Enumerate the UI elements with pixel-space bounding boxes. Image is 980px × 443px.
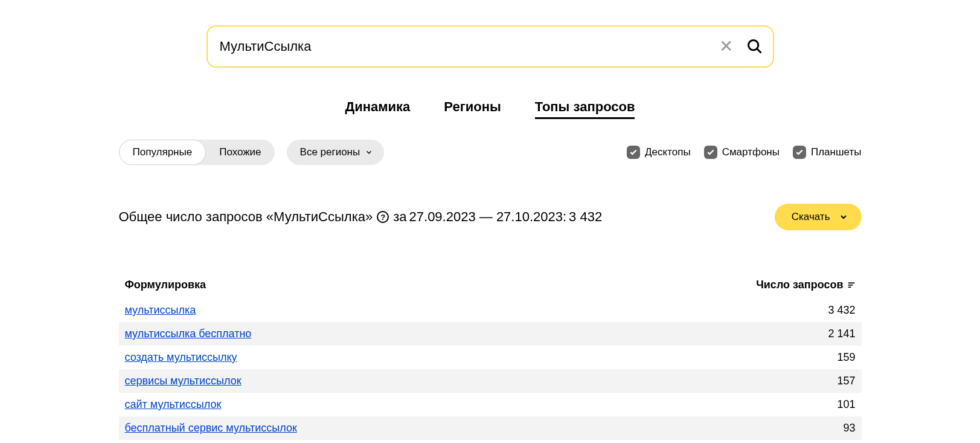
search-input[interactable] <box>207 25 774 68</box>
checkbox-tablets-label: Планшеты <box>811 146 862 158</box>
sort-icon <box>847 281 856 289</box>
th-query: Формулировка <box>125 279 207 291</box>
query-link[interactable]: бесплатный сервис мультиссылок <box>125 422 297 435</box>
query-link[interactable]: мультиссылка бесплатно <box>125 328 252 340</box>
search-bar: ✕ <box>207 25 774 68</box>
query-count: 101 <box>837 398 855 411</box>
checkbox-smartphones[interactable]: Смартфоны <box>704 146 780 159</box>
svg-rect-2 <box>848 282 854 283</box>
query-type-segmented: Популярные Похожие <box>119 140 275 165</box>
checkbox-tablets[interactable]: Планшеты <box>793 146 862 159</box>
query-count: 159 <box>837 351 855 364</box>
download-button[interactable]: Скачать <box>775 204 862 230</box>
summary-period: 27.09.2023 — 27.10.2023: <box>409 209 567 225</box>
th-count-label: Число запросов <box>756 279 843 291</box>
table-row: мультиссылка3 432 <box>119 299 862 322</box>
query-link[interactable]: сайт мультиссылок <box>125 398 222 411</box>
segment-popular[interactable]: Популярные <box>119 140 207 165</box>
query-count: 157 <box>837 375 855 387</box>
query-link[interactable]: сервисы мультиссылок <box>125 375 242 387</box>
check-icon <box>793 146 806 159</box>
region-select[interactable]: Все регионы <box>287 140 385 165</box>
query-count: 2 141 <box>828 328 855 340</box>
checkbox-desktops[interactable]: Десктопы <box>627 146 691 159</box>
svg-rect-3 <box>848 284 853 285</box>
segment-similar[interactable]: Похожие <box>206 140 274 165</box>
clear-icon[interactable]: ✕ <box>716 34 737 59</box>
chevron-down-icon <box>839 212 848 222</box>
summary-row: Общее число запросов «МультиСсылка» ? за… <box>119 204 862 230</box>
checkbox-desktops-label: Десктопы <box>645 146 691 158</box>
th-count[interactable]: Число запросов <box>756 279 855 291</box>
table-row: бесплатный сервис мультиссылок93 <box>119 416 862 440</box>
table-header: Формулировка Число запросов <box>119 279 862 291</box>
controls-left: Популярные Похожие Все регионы <box>119 140 385 165</box>
query-link[interactable]: мультиссылка <box>125 304 196 317</box>
table-row: создать мультиссылку159 <box>119 346 862 369</box>
device-filters: Десктопы Смартфоны Планшеты <box>627 146 861 159</box>
check-icon <box>627 146 640 159</box>
svg-rect-4 <box>848 286 851 288</box>
svg-line-1 <box>757 49 761 53</box>
tab-dynamics[interactable]: Динамика <box>345 99 411 119</box>
search-icon[interactable] <box>746 38 763 55</box>
results-table: Формулировка Число запросов мультиссылка… <box>119 279 862 440</box>
table-row: сервисы мультиссылок157 <box>119 369 862 393</box>
query-count: 93 <box>843 422 855 435</box>
tabs: Динамика Регионы Топы запросов <box>0 99 980 119</box>
check-icon <box>704 146 717 159</box>
checkbox-smartphones-label: Смартфоны <box>722 146 780 158</box>
region-select-label: Все регионы <box>300 146 360 158</box>
summary-period-prefix: за <box>393 209 406 225</box>
chevron-down-icon <box>365 148 373 157</box>
help-icon[interactable]: ? <box>377 211 389 223</box>
query-link[interactable]: создать мультиссылку <box>125 351 237 364</box>
controls-row: Популярные Похожие Все регионы Десктопы … <box>119 140 862 165</box>
summary-prefix: Общее число запросов «МультиСсылка» <box>119 209 373 225</box>
query-count: 3 432 <box>828 304 855 317</box>
table-row: мультиссылка бесплатно2 141 <box>119 322 862 346</box>
tab-top-queries[interactable]: Топы запросов <box>535 99 635 119</box>
summary-total: 3 432 <box>569 209 602 225</box>
download-button-label: Скачать <box>792 211 830 223</box>
tab-regions[interactable]: Регионы <box>444 99 501 119</box>
svg-point-0 <box>748 40 758 50</box>
summary-text: Общее число запросов «МультиСсылка» ? за… <box>119 209 603 225</box>
table-row: сайт мультиссылок101 <box>119 393 862 416</box>
